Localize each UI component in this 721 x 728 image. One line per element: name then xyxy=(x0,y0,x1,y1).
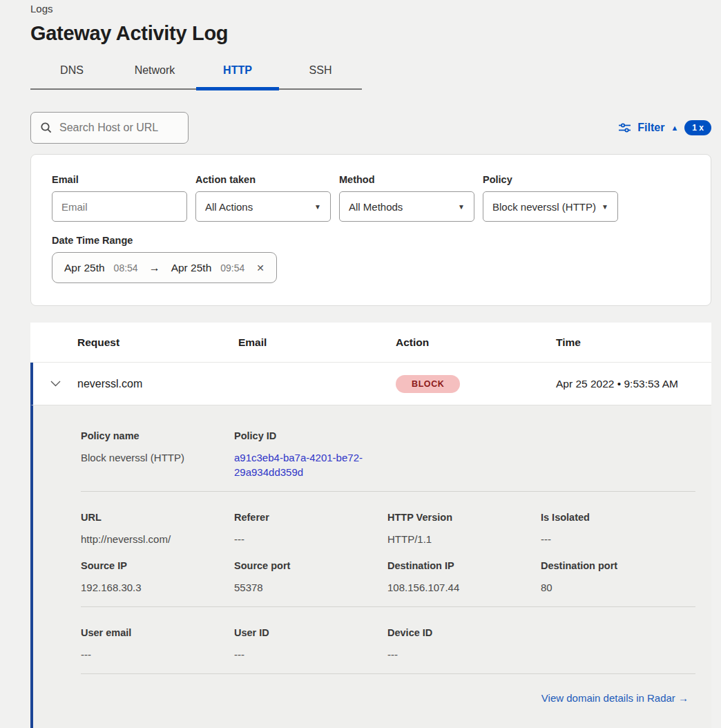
source-port-field: Source port 55378 xyxy=(234,560,387,595)
arrow-right-icon: → xyxy=(149,262,160,274)
policy-id-link[interactable]: a91c3eb4-ba7a-4201-be72-29a934dd359d xyxy=(234,450,367,479)
close-icon[interactable]: ✕ xyxy=(256,262,265,274)
filter-controls: Filter ▲ 1 x xyxy=(618,120,711,135)
caret-down-icon: ▼ xyxy=(602,203,608,211)
destination-port-label: Destination port xyxy=(541,560,694,571)
http-version-label: HTTP Version xyxy=(387,512,541,523)
search-icon xyxy=(40,122,52,134)
end-date[interactable]: Apr 25th xyxy=(171,262,212,274)
source-port-label: Source port xyxy=(234,560,387,571)
block-status-badge: BLOCK xyxy=(396,375,460,393)
column-header-request[interactable]: Request xyxy=(77,336,238,349)
page-content: Logs Gateway Activity Log DNS Network HT… xyxy=(0,0,721,728)
destination-ip-field: Destination IP 108.156.107.44 xyxy=(387,560,541,595)
start-time[interactable]: 08:54 xyxy=(114,262,138,274)
tab-bar: DNS Network HTTP SSH xyxy=(30,59,362,90)
user-id-value: --- xyxy=(234,647,387,662)
caret-down-icon: ▼ xyxy=(458,203,465,211)
policy-name-value: Block neverssl (HTTP) xyxy=(81,450,234,465)
caret-down-icon: ▼ xyxy=(314,203,321,211)
filter-field-email: Email xyxy=(52,174,187,222)
policy-section: Policy name Block neverssl (HTTP) Policy… xyxy=(81,430,695,479)
column-header-action[interactable]: Action xyxy=(396,336,556,349)
url-label: URL xyxy=(81,512,234,523)
end-time[interactable]: 09:54 xyxy=(220,262,244,274)
time-cell: Apr 25 2022 • 9:53:53 AM xyxy=(556,378,711,390)
action-cell: BLOCK xyxy=(396,375,556,393)
chevron-down-icon[interactable] xyxy=(33,381,77,387)
method-filter-label: Method xyxy=(339,174,474,185)
filter-field-method: Method All Methods ▼ xyxy=(339,174,474,222)
user-section: User email --- User ID --- Device ID --- xyxy=(81,627,695,662)
url-field: URL http://neverssl.com/ xyxy=(81,512,234,546)
http-version-field: HTTP Version HTTP/1.1 xyxy=(387,512,541,546)
policy-id-label: Policy ID xyxy=(234,430,387,441)
page-title: Gateway Activity Log xyxy=(30,22,711,45)
toolbar: Filter ▲ 1 x xyxy=(30,112,711,144)
date-range-picker[interactable]: Apr 25th 08:54 → Apr 25th 09:54 ✕ xyxy=(52,252,277,283)
device-id-label: Device ID xyxy=(387,627,541,638)
destination-port-value: 80 xyxy=(541,580,694,595)
policy-selected-value: Block neverssl (HTTP) xyxy=(492,201,596,213)
destination-port-field: Destination port 80 xyxy=(541,560,694,595)
section-divider xyxy=(81,491,695,492)
column-header-time[interactable]: Time xyxy=(556,336,711,349)
http-version-value: HTTP/1.1 xyxy=(387,532,541,546)
filter-field-policy: Policy Block neverssl (HTTP) ▼ xyxy=(483,174,618,222)
device-id-field: Device ID --- xyxy=(387,627,541,662)
action-taken-selected-value: All Actions xyxy=(205,201,253,213)
referer-label: Referer xyxy=(234,512,387,523)
request-cell: neverssl.com xyxy=(77,378,238,390)
referer-value: --- xyxy=(234,532,387,546)
is-isolated-label: Is Isolated xyxy=(541,512,694,523)
section-divider xyxy=(81,606,695,607)
filter-field-date-range: Date Time Range Apr 25th 08:54 → Apr 25t… xyxy=(52,235,690,283)
column-header-email[interactable]: Email xyxy=(238,336,396,349)
tab-http[interactable]: HTTP xyxy=(196,59,279,88)
policy-filter-label: Policy xyxy=(483,174,618,185)
action-taken-select[interactable]: All Actions ▼ xyxy=(195,191,331,222)
referer-field: Referer --- xyxy=(234,512,387,546)
policy-id-field: Policy ID a91c3eb4-ba7a-4201-be72-29a934… xyxy=(234,430,387,479)
source-ip-field: Source IP 192.168.30.3 xyxy=(81,560,234,595)
table-row[interactable]: neverssl.com BLOCK Apr 25 2022 • 9:53:53… xyxy=(30,363,711,405)
tab-network[interactable]: Network xyxy=(113,59,196,88)
action-taken-filter-label: Action taken xyxy=(195,174,331,185)
network-section: Source IP 192.168.30.3 Source port 55378… xyxy=(81,560,695,595)
tab-ssh[interactable]: SSH xyxy=(279,59,362,88)
start-date[interactable]: Apr 25th xyxy=(64,262,105,274)
filter-count-badge[interactable]: 1 x xyxy=(684,120,711,135)
filter-panel: Email Action taken All Actions ▼ Method … xyxy=(30,154,711,306)
user-email-label: User email xyxy=(81,627,234,638)
log-table: Request Email Action Time neverssl.com B… xyxy=(30,323,711,728)
source-ip-value: 192.168.30.3 xyxy=(81,580,234,595)
filter-toggle-button[interactable]: Filter xyxy=(637,122,664,134)
search-box[interactable] xyxy=(30,112,189,144)
destination-ip-label: Destination IP xyxy=(387,560,541,571)
source-port-value: 55378 xyxy=(234,580,387,595)
method-select[interactable]: All Methods ▼ xyxy=(339,191,474,222)
user-email-value: --- xyxy=(81,647,234,662)
email-filter-label: Email xyxy=(52,174,187,185)
tab-dns[interactable]: DNS xyxy=(30,59,113,88)
user-id-field: User ID --- xyxy=(234,627,387,662)
date-range-label: Date Time Range xyxy=(52,235,690,246)
policy-name-label: Policy name xyxy=(81,430,234,441)
radar-link-row: View domain details in Radar → xyxy=(81,674,695,718)
view-domain-details-radar-link[interactable]: View domain details in Radar → xyxy=(541,692,689,704)
destination-ip-value: 108.156.107.44 xyxy=(387,580,541,595)
is-isolated-field: Is Isolated --- xyxy=(541,512,694,546)
source-ip-label: Source IP xyxy=(81,560,234,571)
search-input[interactable] xyxy=(59,122,179,134)
policy-select[interactable]: Block neverssl (HTTP) ▼ xyxy=(483,191,618,222)
http-request-section: URL http://neverssl.com/ Referer --- HTT… xyxy=(81,512,695,546)
breadcrumb[interactable]: Logs xyxy=(30,3,711,15)
filter-sliders-icon xyxy=(618,122,631,133)
table-header-row: Request Email Action Time xyxy=(30,323,711,363)
filter-field-action-taken: Action taken All Actions ▼ xyxy=(195,174,331,222)
is-isolated-value: --- xyxy=(541,532,694,546)
email-filter-input[interactable] xyxy=(52,191,187,222)
policy-name-field: Policy name Block neverssl (HTTP) xyxy=(81,430,234,479)
caret-up-icon[interactable]: ▲ xyxy=(671,124,678,132)
device-id-value: --- xyxy=(387,647,541,662)
